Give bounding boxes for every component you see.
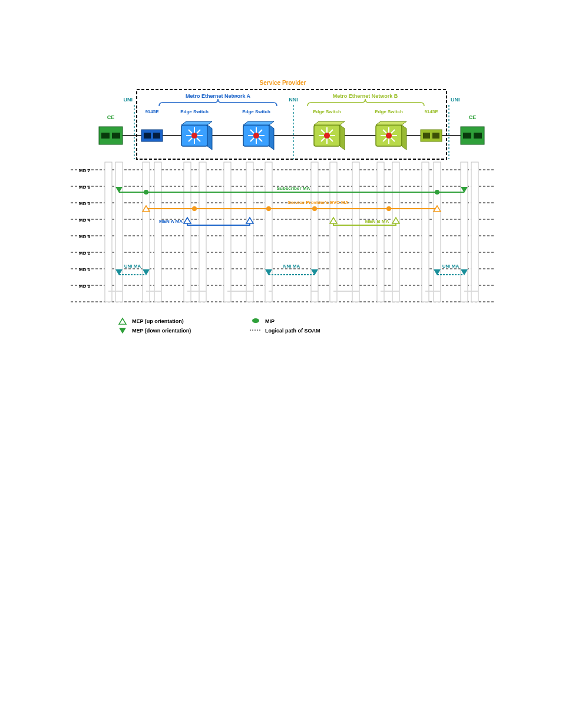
svg-rect-69	[330, 162, 337, 302]
svg-point-84	[192, 206, 197, 211]
svg-rect-64	[199, 162, 206, 302]
edge-a1-label: Edge Switch	[180, 109, 209, 114]
svg-rect-65	[224, 162, 231, 302]
svg-text:UNI MA: UNI MA	[442, 263, 459, 269]
subscriber-ma: Subscriber MA	[115, 186, 468, 195]
svg-rect-72	[392, 162, 399, 302]
svg-rect-40	[463, 133, 471, 139]
svg-text:MD 6: MD 6	[79, 185, 91, 190]
svg-rect-59	[105, 162, 112, 302]
mep-down-icon	[119, 328, 126, 334]
svg-rect-70	[352, 162, 359, 302]
svg-text:UNI MA: UNI MA	[124, 263, 141, 269]
svg-text:Service Provider's EVC MA: Service Provider's EVC MA	[288, 200, 349, 205]
svg-rect-67	[265, 162, 272, 302]
men-b-ma: MEN B MA	[330, 218, 399, 225]
legend: MEP (up orientation) MEP (down orientati…	[119, 318, 320, 334]
svg-rect-41	[474, 133, 482, 139]
nni-ma: NNI MA	[265, 263, 318, 275]
svg-text:MD 0: MD 0	[79, 284, 91, 289]
edge-a2-icon	[243, 121, 274, 150]
ce-left-icon	[99, 127, 123, 144]
dev-9145e-b-icon	[421, 130, 442, 141]
svg-text:Subscriber MA: Subscriber MA	[277, 186, 310, 191]
svg-rect-71	[377, 162, 384, 302]
svg-rect-37	[423, 133, 430, 139]
edge-b2-label: Edge Switch	[375, 109, 403, 114]
svg-point-87	[386, 206, 391, 211]
svg-text:MD 5: MD 5	[79, 201, 91, 206]
dev-9145e-b-label: 9145E	[424, 109, 438, 114]
svg-rect-32	[112, 133, 120, 139]
uni-label-left: UNI	[124, 97, 133, 103]
svg-point-86	[312, 206, 317, 211]
svg-rect-61	[143, 162, 150, 302]
md-grid: MD 7 MD 6 MD 5 MD 4 MD 3 MD 2 MD 1 MD 0	[71, 162, 495, 302]
svg-text:MEP (up orientation): MEP (up orientation)	[132, 318, 184, 324]
svg-point-79	[435, 190, 439, 195]
dev-9145e-a-icon	[141, 130, 163, 141]
dev-9145e-a-label: 9145E	[145, 109, 159, 114]
ce-right-label: CE	[469, 114, 477, 120]
svg-text:MEN A MA: MEN A MA	[159, 219, 183, 224]
svg-text:MD 1: MD 1	[79, 267, 91, 272]
svg-rect-74	[434, 162, 441, 302]
ce-right-icon	[461, 127, 484, 144]
edge-b2-icon	[376, 121, 406, 150]
svg-point-85	[266, 206, 271, 211]
svg-text:Logical path of SOAM: Logical path of SOAM	[265, 328, 320, 334]
svg-rect-38	[432, 133, 439, 139]
net-a-label: Metro Ethernet Network A	[186, 93, 251, 99]
uni-label-right: UNI	[451, 97, 460, 103]
svg-rect-66	[246, 162, 253, 302]
svg-text:MD 7: MD 7	[79, 168, 91, 173]
svg-rect-73	[422, 162, 429, 302]
svg-rect-75	[461, 162, 468, 302]
svg-text:MD 3: MD 3	[79, 234, 91, 239]
mip-icon	[252, 318, 259, 323]
svg-text:NNI MA: NNI MA	[283, 263, 300, 269]
svg-text:MEP (down orientation): MEP (down orientation)	[132, 328, 191, 334]
edge-a1-icon	[181, 121, 212, 150]
edge-a2-label: Edge Switch	[242, 109, 270, 114]
svg-rect-76	[471, 162, 478, 302]
svg-text:MIP: MIP	[265, 318, 275, 324]
nni-label: NNI	[289, 97, 298, 103]
svg-rect-62	[154, 162, 161, 302]
svg-rect-60	[115, 162, 123, 302]
oam-diagram: Service Provider UNI NNI UNI Metro Ether…	[71, 77, 495, 342]
edge-b1-label: Edge Switch	[313, 109, 341, 114]
svg-rect-31	[101, 133, 110, 139]
svg-text:MD 2: MD 2	[79, 251, 91, 256]
svg-rect-68	[311, 162, 318, 302]
ce-left-label: CE	[107, 114, 115, 120]
mep-up-icon	[119, 318, 126, 324]
net-b-label: Metro Ethernet Network B	[333, 93, 398, 99]
edge-b1-icon	[314, 121, 345, 150]
svg-rect-34	[144, 133, 151, 139]
svg-text:MEN B MA: MEN B MA	[365, 219, 389, 224]
svg-point-78	[144, 190, 148, 195]
title: Service Provider	[260, 80, 306, 86]
svg-text:MD 4: MD 4	[79, 218, 91, 223]
svg-rect-35	[153, 133, 160, 139]
svg-rect-63	[184, 162, 191, 302]
